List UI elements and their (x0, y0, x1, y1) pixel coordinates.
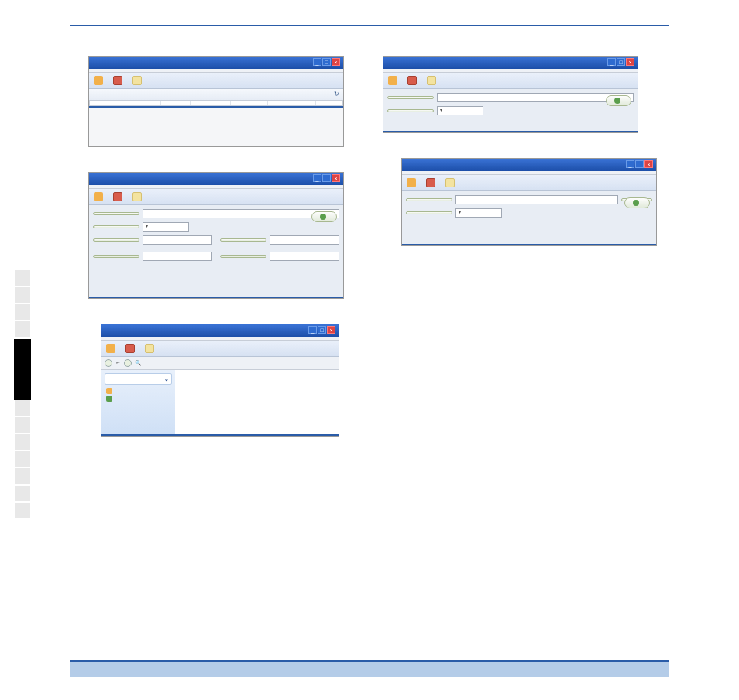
screenshot-ftp: _□× (88, 172, 344, 299)
assign-button[interactable] (94, 76, 105, 85)
download-button[interactable] (624, 197, 650, 208)
screenshot-transfer-list: _□× ↻ (88, 56, 344, 147)
screenshot-bt: _□× (401, 158, 657, 246)
protocol-select[interactable] (437, 106, 483, 115)
page-footer (70, 660, 669, 677)
port-input[interactable] (143, 235, 212, 245)
folder-button[interactable] (132, 192, 144, 201)
protocol-select[interactable] (143, 222, 189, 232)
download-button[interactable] (606, 95, 631, 106)
bt-path-input[interactable] (455, 195, 618, 204)
download-button[interactable] (311, 211, 337, 222)
assign-button[interactable] (94, 192, 105, 201)
left-column: _□× ↻ (70, 48, 356, 444)
list-item-5 (70, 310, 356, 317)
folder-icon (132, 76, 142, 85)
screenshot-http: _□× (383, 56, 638, 133)
screenshot-folder: _□× ←🔍 ⌄ (101, 324, 339, 437)
list-item-4 (383, 144, 669, 152)
ftp-url-input[interactable] (143, 209, 339, 218)
right-column: _□× (383, 48, 669, 444)
transfer-button[interactable] (113, 192, 125, 201)
folder-button[interactable] (132, 76, 144, 85)
http-url-input[interactable] (437, 93, 634, 102)
username-input[interactable] (143, 252, 212, 261)
top-rule (70, 25, 669, 26)
password-input[interactable] (270, 252, 339, 261)
protocol-select[interactable] (455, 208, 502, 218)
transfer-button[interactable] (113, 76, 125, 85)
assign-icon (94, 76, 103, 85)
transfer-icon (113, 76, 122, 85)
list-item-3 (70, 158, 356, 166)
